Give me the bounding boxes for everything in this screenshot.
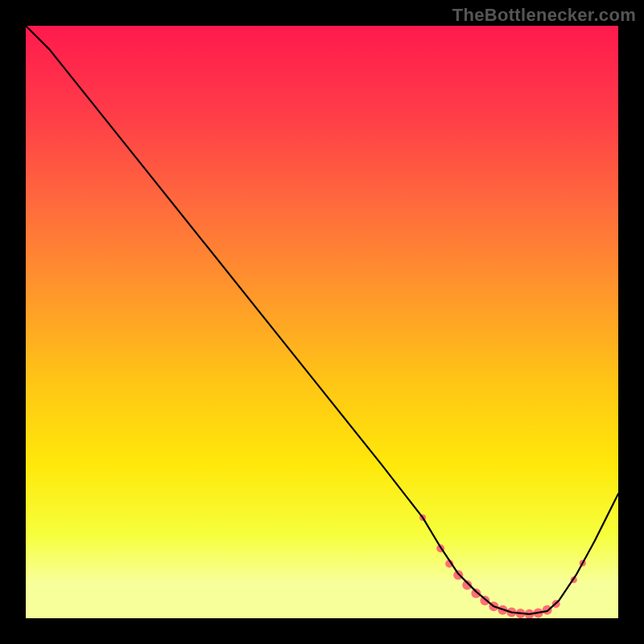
gradient-background	[26, 26, 618, 618]
highlight-marker	[543, 605, 552, 615]
plot-area	[26, 26, 618, 618]
watermark-text: TheBottleneсker.com	[452, 5, 636, 26]
chart-svg	[26, 26, 618, 618]
chart-frame: TheBottleneсker.com	[0, 0, 644, 644]
